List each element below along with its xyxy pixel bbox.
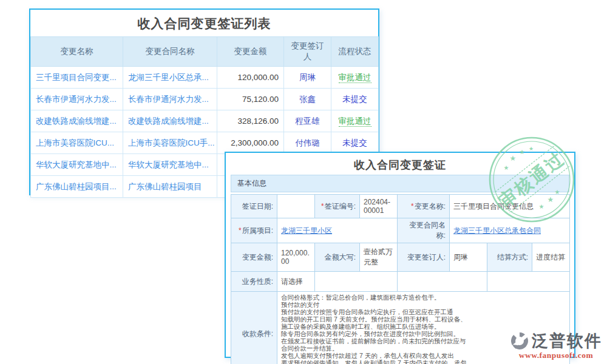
- cell-signer: 张鑫: [284, 89, 331, 110]
- project-link[interactable]: 龙湖三千里小区: [281, 226, 332, 235]
- status-badge[interactable]: 审批通过: [339, 116, 371, 127]
- cell-change-name[interactable]: 三千里项目合同变更...: [31, 67, 123, 89]
- section-header-basic-info: 基本信息: [231, 175, 569, 192]
- cell-contract-name[interactable]: 广东佛山碧桂园项目: [123, 176, 217, 198]
- table-row[interactable]: 上海市美容医院ICU... 上海市美容医院ICU手... 2,300,000.0…: [31, 132, 379, 154]
- change-contract-field[interactable]: 龙湖三千里小区总承包合同: [450, 218, 570, 243]
- sign-no-label: *签证编号:: [315, 195, 360, 218]
- col-header-contract-name: 变更合同名称: [123, 37, 217, 67]
- cell-change-name[interactable]: 上海市美容医院ICU...: [31, 132, 123, 154]
- empty-cell: [315, 272, 398, 292]
- cell-change-name[interactable]: 长春市伊通河水力发...: [31, 89, 123, 110]
- amount-words-field: 壹拾贰万元整: [360, 243, 398, 272]
- col-header-change-name: 变更名称: [31, 37, 123, 67]
- status-badge[interactable]: 未提交: [342, 95, 367, 104]
- cell-status[interactable]: 未提交: [331, 132, 379, 154]
- signer-field[interactable]: 周琳: [450, 243, 487, 272]
- biz-nature-label: 业务性质:: [231, 272, 277, 292]
- table-header-row: 变更名称 变更合同名称 变更金额 变更签订人 流程状态: [31, 37, 379, 67]
- cell-signer: 周琳: [284, 67, 331, 89]
- empty-cell: [487, 272, 570, 292]
- sign-date-field[interactable]: [277, 195, 315, 218]
- required-asterisk: *: [411, 202, 414, 211]
- status-badge[interactable]: 未提交: [342, 138, 367, 147]
- amount-label: 变更金额:: [231, 243, 277, 272]
- cell-amount: 328,126.00: [217, 110, 284, 132]
- change-name-field[interactable]: 三千里项目合同变更信息: [450, 195, 570, 218]
- empty-cell: [398, 272, 487, 292]
- fanpu-logo-text: 泛普软件: [532, 330, 602, 352]
- form-panel: 收入合同变更签证 基本信息 签证日期: *签证编号: 202404-00001 …: [225, 152, 575, 358]
- table-row[interactable]: 改建铁路成渝线增建... 改建铁路成渝线增建... 328,126.00 程亚雄…: [31, 110, 379, 132]
- cell-change-name[interactable]: 华软大厦研究基地中...: [31, 154, 123, 176]
- col-header-amount: 变更金额: [217, 37, 284, 67]
- change-name-label: *变更名称:: [398, 195, 450, 218]
- cell-status[interactable]: 未提交: [331, 89, 379, 110]
- cell-signer: 付伟璐: [284, 132, 331, 154]
- cell-contract-name[interactable]: 上海市美容医院ICU手...: [123, 132, 217, 154]
- screen: 收入合同变更签证列表 变更名称 变更合同名称 变更金额 变更签订人 流程状态 三…: [0, 0, 607, 364]
- cell-amount: 120,000.00: [217, 67, 284, 89]
- col-header-status: 流程状态: [331, 37, 379, 67]
- cell-contract-name[interactable]: 华软大厦研究基地中...: [123, 154, 217, 176]
- svg-text:★: ★: [529, 146, 534, 152]
- table-row[interactable]: 长春市伊通河水力发... 长春市伊通河水力发... 75,120.00 张鑫 未…: [31, 89, 379, 110]
- project-label: *所属项目:: [231, 218, 277, 243]
- change-contract-label: 变更合同名称:: [398, 218, 450, 243]
- amount-words-label: 金额大写:: [315, 243, 360, 272]
- change-contract-link[interactable]: 龙湖三千里小区总承包合同: [453, 226, 541, 235]
- signer-label: 变更签订人:: [398, 243, 450, 272]
- table-row[interactable]: 三千里项目合同变更... 龙湖三千里小区总承... 120,000.00 周琳 …: [31, 67, 379, 89]
- project-field[interactable]: 龙湖三千里小区: [277, 218, 398, 243]
- fanpu-logo: 泛普软件 www.fanpusoft.com: [510, 330, 602, 360]
- biz-nature-select[interactable]: 请选择: [277, 272, 315, 292]
- cell-amount: 2,300,000.00: [217, 132, 284, 154]
- cell-contract-name[interactable]: 改建铁路成渝线增建...: [123, 110, 217, 132]
- cell-signer: 程亚雄: [284, 110, 331, 132]
- required-asterisk: *: [321, 202, 324, 211]
- fanpu-logo-icon: [510, 331, 529, 351]
- form-title: 收入合同变更签证: [226, 153, 574, 175]
- cell-change-name[interactable]: 广东佛山碧桂园项目...: [31, 176, 123, 198]
- fanpu-logo-url: www.fanpusoft.com: [510, 351, 602, 360]
- amount-field[interactable]: 120,000.00: [277, 243, 315, 272]
- status-badge[interactable]: 审批通过: [339, 73, 371, 83]
- cell-amount: 75,120.00: [217, 89, 284, 110]
- cell-contract-name[interactable]: 长春市伊通河水力发...: [123, 89, 217, 110]
- required-asterisk: *: [239, 226, 242, 235]
- list-title: 收入合同变更签证列表: [30, 10, 378, 36]
- cell-contract-name[interactable]: 龙湖三千里小区总承...: [123, 67, 217, 89]
- sign-no-field: 202404-00001: [360, 195, 398, 218]
- sign-date-label: 签证日期:: [231, 195, 277, 218]
- cell-status[interactable]: 审批通过: [331, 67, 379, 89]
- cell-change-name[interactable]: 改建铁路成渝线增建...: [31, 110, 123, 132]
- col-header-signer: 变更签订人: [284, 37, 331, 67]
- settle-method-field[interactable]: 进度结算: [532, 243, 570, 272]
- settle-method-label: 结算方式:: [487, 243, 532, 272]
- cell-status[interactable]: 审批通过: [331, 110, 379, 132]
- payment-terms-label: 收款条件:: [231, 292, 277, 364]
